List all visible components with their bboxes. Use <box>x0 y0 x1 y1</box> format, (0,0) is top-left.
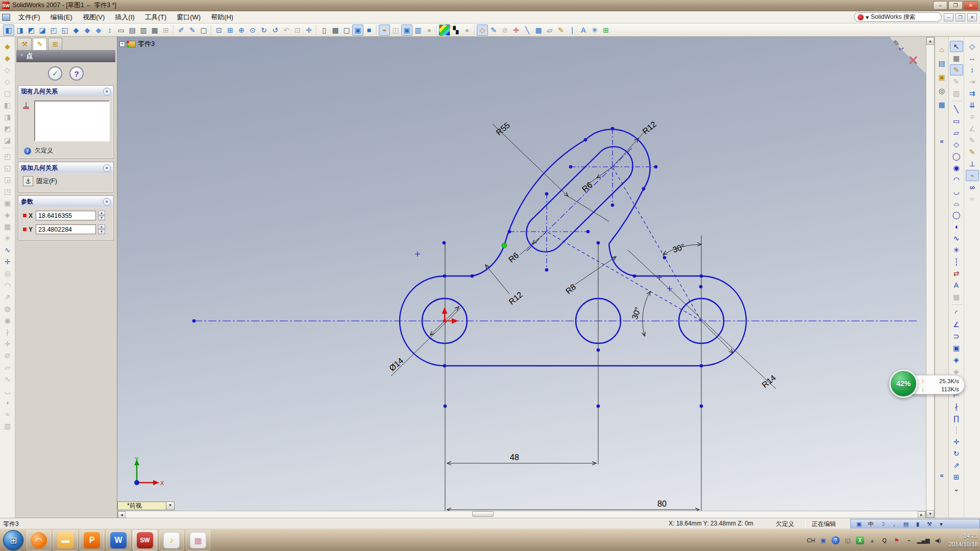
view-palette-icon[interactable]: ▦ <box>936 99 947 110</box>
expand-taskpane-icon[interactable]: « <box>940 137 943 145</box>
left-view-icon[interactable]: ◩ <box>26 24 37 36</box>
menu-item-6-icon[interactable]: 窗口(W) <box>172 11 206 23</box>
sketch-fillet-icon[interactable]: ◜ <box>950 307 963 318</box>
upper-lobe-arc[interactable] <box>585 129 650 189</box>
extruded-boss-icon[interactable]: ◆ <box>1 41 14 52</box>
y-spinner[interactable]: ▲▼ <box>98 224 105 234</box>
point-icon[interactable]: ✳ <box>950 244 963 256</box>
ime-halfmoon-icon[interactable]: ☽ <box>878 520 887 528</box>
dimension-r6-low[interactable]: R6 <box>507 251 521 264</box>
add-relation-icon[interactable]: ⊥ <box>966 158 979 169</box>
help-button[interactable]: ? <box>69 66 84 81</box>
vertical-ordinate-icon[interactable]: ⇊ <box>966 99 979 111</box>
zoom-to-fit-icon[interactable]: ⊡ <box>213 24 225 36</box>
scale-entities-icon[interactable]: ⇗ <box>950 460 963 471</box>
taskbar-clock[interactable]: 14:21 2014/10/18 <box>945 532 978 549</box>
parallelogram-icon[interactable]: ▱ <box>950 127 963 138</box>
dim-r8-leader[interactable] <box>575 257 616 285</box>
rotate-view-icon[interactable]: ↻ <box>258 24 270 36</box>
copy-entities-icon[interactable]: ⊞ <box>950 471 963 483</box>
curves-icon[interactable]: ∿ <box>1 244 14 256</box>
vertical-dimension-icon[interactable]: ↕ <box>966 64 979 76</box>
perimeter-circle-icon[interactable]: ◉ <box>950 162 963 173</box>
view-orientation-combo[interactable]: *前视 ▼ <box>117 502 175 510</box>
dimension-r12-low[interactable]: R12 <box>507 290 524 306</box>
ime-block-icon[interactable]: ▣ <box>819 536 827 544</box>
convert-entities-icon[interactable]: ▣ <box>950 342 963 354</box>
collapse-chevron-icon[interactable]: « <box>103 198 111 206</box>
full-screen-preview-icon[interactable]: ▢ <box>198 24 209 36</box>
two-viewport-vertical-icon[interactable]: ▥ <box>138 24 149 36</box>
more-tools-icon[interactable]: ⌄ <box>950 483 963 494</box>
mirror-entities-icon[interactable]: ◈ <box>950 354 963 365</box>
search-results-icon[interactable]: ◎ <box>936 85 947 96</box>
dimension-r14[interactable]: R14 <box>761 373 777 389</box>
select-pen-icon[interactable]: ✐ <box>176 24 187 36</box>
dimension-r55[interactable]: R55 <box>495 120 511 137</box>
grid-settings-icon[interactable]: ▦ <box>950 53 963 64</box>
quick-snaps-icon[interactable]: ⌁ <box>966 170 979 181</box>
ime-tools-icon[interactable]: ⚒ <box>925 520 934 528</box>
language-bar[interactable]: ▣中☽，▤▮⚒▾ <box>850 519 980 529</box>
x-spinner[interactable]: ▲▼ <box>98 211 105 220</box>
language-ch-icon[interactable]: CH <box>807 536 815 544</box>
filter-axes-icon[interactable]: ∣ <box>567 24 578 36</box>
ime-dropdown-icon[interactable]: ▾ <box>937 520 945 528</box>
collapse-chevron-icon[interactable]: « <box>103 164 111 172</box>
selected-sketch-point[interactable] <box>502 243 507 248</box>
bottom-view-icon[interactable]: ◱ <box>59 24 70 36</box>
network-speed-widget[interactable]: ↑25.3K/s ↓113K/s 42% <box>889 368 968 400</box>
taskbar-image-viewer[interactable]: ▦ <box>186 530 210 550</box>
ellipse-icon[interactable]: ◯ <box>950 209 963 220</box>
taskbar-file-explorer[interactable]: ▬ <box>53 530 78 550</box>
dim-r6-top-leader[interactable] <box>597 167 612 178</box>
right-descent-edge[interactable] <box>609 189 644 244</box>
collapse-chevron-icon[interactable]: « <box>103 88 111 95</box>
shaded-with-edges-icon[interactable]: ▣ <box>352 24 363 36</box>
normal-to-icon[interactable]: ↕ <box>104 24 115 36</box>
menu-item-3-icon[interactable]: 视图(V) <box>78 11 110 23</box>
dim-r12-low-leader[interactable] <box>485 265 509 294</box>
shadows-in-shaded-icon[interactable]: ⌁ <box>379 24 390 36</box>
top-view-icon[interactable]: ◰ <box>48 24 59 36</box>
graphics-viewport[interactable]: R55 R12 R6 R6 R12 R8 Ø14 R14 30° 30° 48 … <box>117 37 926 511</box>
selection-filter-toggle-icon[interactable]: ◇ <box>477 24 488 36</box>
menu-item-4-icon[interactable]: 插入(I) <box>110 11 139 23</box>
sketch-profile[interactable] <box>400 129 746 366</box>
taskbar-browser[interactable]: ◠ <box>27 530 51 550</box>
solidworks-resources-icon[interactable]: ⌂ <box>936 44 947 55</box>
select-icon[interactable]: ↖ <box>950 41 963 52</box>
document-icon[interactable] <box>2 14 10 21</box>
menu-item-7-icon[interactable]: 帮助(H) <box>206 11 238 23</box>
tree-expand-icon[interactable]: + <box>119 41 125 47</box>
mdi-minimize-button[interactable]: – <box>944 13 953 21</box>
dynamic-mirror-icon[interactable]: ⇄ <box>950 268 963 279</box>
shaded-icon[interactable]: ■ <box>363 24 375 36</box>
taskbar-qq-music[interactable]: ♪ <box>159 530 184 550</box>
power-icon[interactable]: ⌁ <box>905 536 913 544</box>
zoom-in-out-icon[interactable]: ⊕ <box>236 24 247 36</box>
filter-annotations-icon[interactable]: A <box>578 24 589 36</box>
four-viewport-icon[interactable]: ▦ <box>149 24 160 36</box>
split-entities-icon[interactable]: ∤ <box>950 401 963 412</box>
help-center-icon[interactable]: ? <box>831 536 840 544</box>
propertymanager-tab-icon[interactable]: ✎ <box>33 38 47 50</box>
front-view-icon[interactable]: ◧ <box>3 24 14 36</box>
back-view-icon[interactable]: ◨ <box>14 24 26 36</box>
ime-frame-icon[interactable]: ▣ <box>855 520 863 528</box>
filter-clear-all-icon[interactable]: ✎ <box>488 24 499 36</box>
jog-line-icon[interactable]: ∏ <box>950 413 963 424</box>
ime-punct-icon[interactable]: ， <box>890 520 898 528</box>
menu-item-1-icon[interactable]: 文件(F) <box>13 11 45 23</box>
filter-faces-icon[interactable]: ▦ <box>533 24 544 36</box>
mdi-close-button[interactable]: ✕ <box>967 13 977 21</box>
dim-30-low-arc[interactable] <box>643 291 650 336</box>
right-view-icon[interactable]: ◪ <box>37 24 48 36</box>
text-icon[interactable]: A <box>950 280 963 291</box>
rotate-entities-icon[interactable]: ↻ <box>950 448 963 459</box>
move-entities-icon[interactable]: ✛ <box>950 436 963 447</box>
usb-device-icon[interactable]: ⊼ <box>856 536 864 544</box>
vertical-scrollbar[interactable]: ▲ ▼ <box>926 37 935 518</box>
filter-edges-icon[interactable]: ╲ <box>522 24 533 36</box>
tangent-arc-icon[interactable]: ◡ <box>950 186 963 197</box>
